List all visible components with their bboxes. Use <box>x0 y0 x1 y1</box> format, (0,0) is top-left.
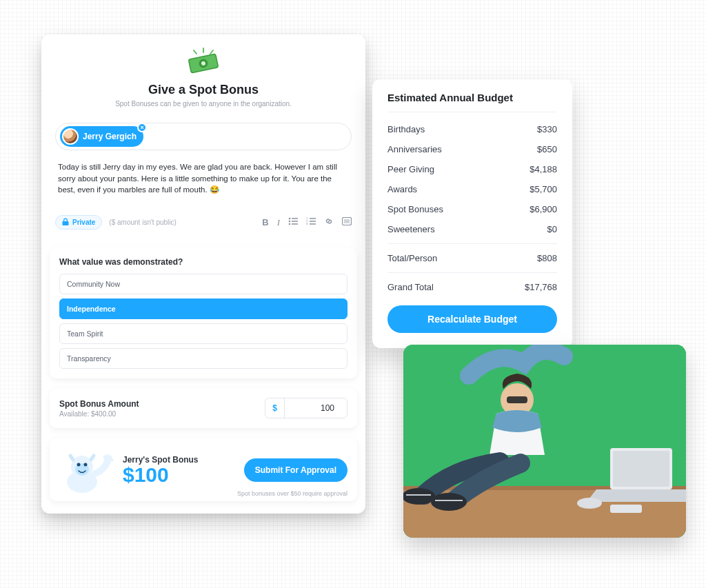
amount-section: Spot Bonus Amount Available: $400.00 $ <box>50 388 357 428</box>
svg-line-5 <box>210 50 213 54</box>
recipient-name: Jerry Gergich <box>83 132 137 141</box>
submit-button[interactable]: Submit For Approval <box>244 458 347 482</box>
budget-row: Spot Bonuses$6,900 <box>387 199 557 219</box>
summary-card: Jerry's Spot Bonus $100 Submit For Appro… <box>50 438 357 501</box>
budget-grand-total: Grand Total$17,768 <box>387 277 557 297</box>
values-section: What value was demonstrated? Community N… <box>50 247 357 378</box>
svg-point-29 <box>110 458 114 462</box>
budget-per-person: Total/Person$808 <box>387 248 557 268</box>
value-option[interactable]: Community Now <box>59 274 347 294</box>
svg-point-23 <box>77 463 81 467</box>
svg-rect-34 <box>613 451 669 487</box>
value-option[interactable]: Team Spirit <box>59 323 347 344</box>
svg-point-40 <box>403 488 435 505</box>
message-toolbar: Private ($ amount isn't public) B I 123 <box>55 215 352 238</box>
spot-bonus-card: Give a Spot Bonus Spot Bonuses can be gi… <box>41 34 365 514</box>
recipient-chip[interactable]: Jerry Gergich × <box>60 126 143 147</box>
svg-point-36 <box>577 498 602 509</box>
budget-row: Awards$5,700 <box>387 179 557 199</box>
budget-row: Birthdays$330 <box>387 119 557 139</box>
svg-rect-9 <box>292 221 298 222</box>
approval-note: Spot bonuses over $50 require approval <box>237 490 347 497</box>
page-title: Give a Spot Bonus <box>58 83 349 97</box>
bold-icon[interactable]: B <box>262 217 268 227</box>
avatar <box>62 128 79 145</box>
link-icon[interactable] <box>324 217 334 227</box>
page-subtitle: Spot Bonuses can be given to anyone in t… <box>58 100 349 108</box>
recipient-field[interactable]: Jerry Gergich × <box>55 123 352 150</box>
svg-rect-37 <box>610 505 642 513</box>
svg-point-41 <box>431 493 467 511</box>
svg-point-10 <box>289 223 291 225</box>
privacy-toggle[interactable]: Private <box>55 215 102 230</box>
money-icon <box>183 47 224 79</box>
svg-rect-13 <box>310 221 316 222</box>
budget-row: Anniversaries$650 <box>387 139 557 159</box>
amount-input-wrapper: $ <box>265 398 347 418</box>
svg-marker-35 <box>587 489 686 502</box>
remove-recipient-icon[interactable]: × <box>137 123 147 132</box>
privacy-label: Private <box>72 219 95 226</box>
amount-available: Available: $400.00 <box>59 410 139 418</box>
svg-rect-11 <box>292 223 298 225</box>
svg-line-4 <box>194 50 196 54</box>
gif-icon[interactable] <box>342 217 352 227</box>
privacy-hint: ($ amount isn't public) <box>109 219 176 226</box>
svg-point-8 <box>289 221 291 223</box>
svg-rect-14 <box>310 223 316 225</box>
svg-rect-12 <box>310 218 316 219</box>
numbered-list-icon[interactable]: 123 <box>306 217 316 227</box>
budget-row: Sweeteners$0 <box>387 219 557 239</box>
photo-card <box>403 345 686 538</box>
budget-title: Estimated Annual Budget <box>387 92 557 112</box>
svg-rect-7 <box>292 218 298 219</box>
value-option[interactable]: Transparency <box>59 348 347 369</box>
values-question: What value was demonstrated? <box>59 257 347 267</box>
svg-rect-19 <box>344 219 350 223</box>
svg-rect-39 <box>507 396 527 403</box>
amount-title: Spot Bonus Amount <box>59 399 139 409</box>
svg-text:3: 3 <box>306 222 308 225</box>
summary-amount: $100 <box>123 465 199 485</box>
value-option[interactable]: Independence <box>59 298 347 319</box>
lock-icon <box>62 218 69 227</box>
budget-row: Peer Giving$4,188 <box>387 159 557 179</box>
yeti-mascot-icon <box>59 446 114 494</box>
amount-input[interactable] <box>285 398 340 418</box>
currency-symbol: $ <box>265 398 285 418</box>
budget-panel: Estimated Annual Budget Birthdays$330 An… <box>372 79 572 348</box>
italic-icon[interactable]: I <box>277 217 280 228</box>
message-input[interactable]: Today is still Jerry day in my eyes. We … <box>55 156 352 215</box>
hero: Give a Spot Bonus Spot Bonuses can be gi… <box>41 43 365 114</box>
recalculate-button[interactable]: Recalculate Budget <box>387 305 557 333</box>
bullet-list-icon[interactable] <box>288 217 298 227</box>
svg-point-24 <box>84 463 88 467</box>
svg-point-6 <box>289 218 291 220</box>
